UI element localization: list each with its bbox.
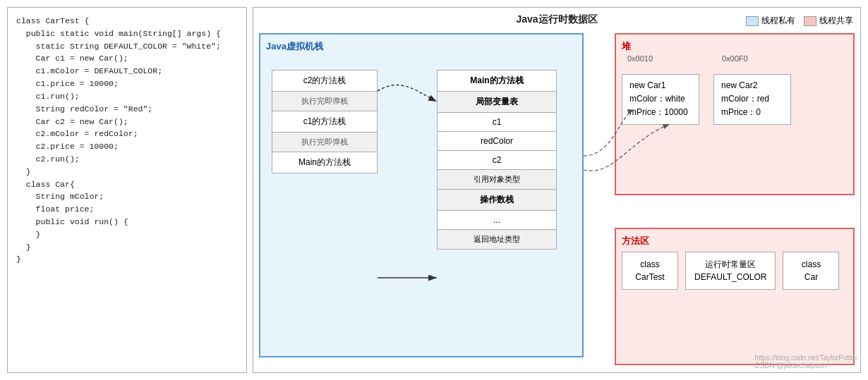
code-line: c1.run(); [16,90,238,103]
stack-var-c1: c1 [438,113,556,132]
legend-private: 线程私有 [746,15,795,27]
stack-cell: c1的方法栈 [272,111,377,133]
heap-objects: new Car1 mColor：white mPrice：10000 new C… [622,74,848,125]
code-line: float price; [16,203,238,216]
legend-shared-label: 线程共享 [819,15,853,27]
code-line: class Car{ [16,178,238,191]
legend-shared-box [804,16,816,26]
legend-private-box [746,16,759,26]
legend: 线程私有 线程共享 [746,15,853,27]
code-line: public void run() { [16,216,238,228]
method-box: class Car [783,252,839,290]
watermark-line1: https://blog.csdn.net/TaylorPotter [754,354,857,362]
code-line: class CarTest { [16,15,238,27]
code-line: } [16,241,238,254]
heap-obj2-field2: mPrice：0 [721,106,783,119]
main-container: class CarTest { public static void main(… [0,0,868,380]
stack-dots: ... [438,211,556,230]
method-label: 方法区 [622,235,848,247]
stack-right-title: Main的方法栈 [438,71,556,92]
stack-right: Main的方法栈 局部变量表 c1 redColor c2 引用对象类型 操作数… [437,70,557,250]
heap-obj2-field1: mColor：red [721,92,783,106]
stack-ret-label: 返回地址类型 [438,230,556,249]
method-boxes: class CarTest运行时常量区 DEFAULT_COLORclass C… [622,252,848,290]
code-line: c2.mColor = redColor; [16,128,238,140]
heap-addr1: 0x0010 [627,54,653,63]
method-area: 方法区 class CarTest运行时常量区 DEFAULT_COLORcla… [615,228,855,365]
heap-obj1-field1: mColor：white [629,92,692,106]
code-line: } [16,228,238,241]
heap-addr2: 0x00F0 [722,54,748,63]
jvm-label: Java虚拟机栈 [266,40,577,53]
heap-area: 堆 0x0010 0x00F0 new Car1 mColor：white mP… [615,33,855,195]
stack-cell: 执行完即弹栈 [272,92,377,111]
code-panel: class CarTest { public static void main(… [7,7,247,373]
heap-obj2: new Car2 mColor：red mPrice：0 [713,74,791,125]
watermark: https://blog.csdn.net/TaylorPotter CSDN … [754,354,857,369]
code-line: c2.run(); [16,153,238,166]
legend-shared: 线程共享 [804,15,853,27]
code-line: String mColor; [16,190,238,203]
code-line: c1.mColor = DEFAULT_COLOR; [16,65,238,78]
heap-obj1: new Car1 mColor：white mPrice：10000 [622,74,699,125]
diagram-panel: Java运行时数据区 线程私有 线程共享 Java虚拟机栈 c2的方法栈执行完即… [253,7,861,373]
code-line: } [16,166,238,178]
stack-cell: 执行完即弹栈 [272,133,377,152]
stack-cell: c2的方法栈 [272,71,377,92]
code-line: String redColor = "Red"; [16,103,238,116]
jvm-area: Java虚拟机栈 c2的方法栈执行完即弹栈c1的方法栈执行完即弹栈Main的方法… [259,33,584,357]
code-line: } [16,253,238,266]
stack-var-c2: c2 [438,151,556,170]
code-line: public static void main(String[] args) { [16,27,238,40]
stack-ops-label: 操作数栈 [438,190,556,211]
stack-var-redColor: redColor [438,132,556,151]
heap-obj1-title: new Car1 [629,79,692,92]
heap-obj1-field2: mPrice：10000 [629,106,692,119]
code-line: Car c2 = new Car(); [16,116,238,128]
stack-local-label: 局部变量表 [438,92,556,113]
code-line: c1.price = 10000; [16,78,238,90]
stack-ref-label: 引用对象类型 [438,170,556,190]
stack-left: c2的方法栈执行完即弹栈c1的方法栈执行完即弹栈Main的方法栈 [272,70,378,173]
stack-cell: Main的方法栈 [272,152,377,173]
method-box: 运行时常量区 DEFAULT_COLOR [685,252,776,290]
legend-private-label: 线程私有 [761,15,795,27]
heap-label: 堆 [622,40,848,53]
code-line: c2.price = 10000; [16,140,238,153]
code-line: Car c1 = new Car(); [16,52,238,65]
method-box: class CarTest [622,252,678,290]
code-line: static String DEFAULT_COLOR = "White"; [16,40,238,53]
watermark-line2: CSDN @jaktechaipush [754,362,857,369]
heap-obj2-title: new Car2 [721,79,783,92]
